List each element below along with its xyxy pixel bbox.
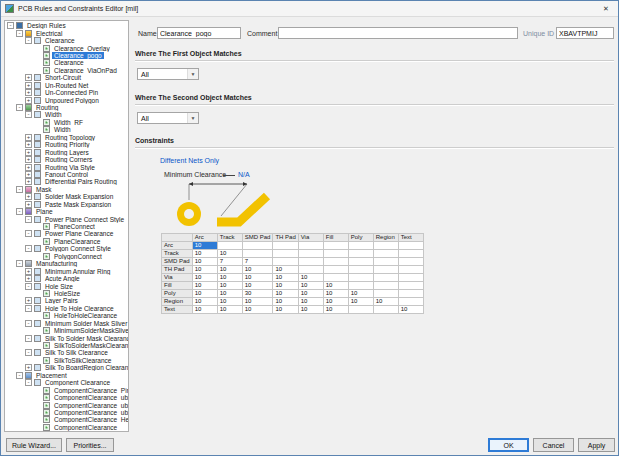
tree-item[interactable]: -Placement bbox=[5, 372, 128, 379]
expand-icon[interactable]: + bbox=[25, 89, 32, 96]
matrix-cell[interactable]: 10 bbox=[273, 282, 298, 290]
matrix-cell[interactable]: 10 bbox=[242, 298, 273, 306]
matrix-cell[interactable]: 10 bbox=[192, 298, 217, 306]
matrix-cell[interactable]: 10 bbox=[298, 306, 323, 314]
unique-id-input[interactable] bbox=[556, 27, 614, 39]
matrix-cell[interactable]: 10 bbox=[242, 282, 273, 290]
matrix-cell[interactable] bbox=[373, 306, 398, 314]
collapse-icon[interactable]: - bbox=[16, 260, 23, 267]
tree-item[interactable]: +Un-Connected Pin bbox=[5, 89, 128, 96]
matrix-cell[interactable] bbox=[348, 242, 373, 250]
matrix-cell[interactable]: 10 bbox=[217, 290, 242, 298]
tree-item[interactable]: +Solder Mask Expansion bbox=[5, 193, 128, 200]
matrix-cell[interactable] bbox=[273, 250, 298, 258]
minimum-clearance-value[interactable]: N/A bbox=[238, 171, 250, 178]
collapse-icon[interactable]: - bbox=[25, 320, 32, 327]
matrix-cell[interactable] bbox=[398, 242, 423, 250]
collapse-icon[interactable]: - bbox=[25, 349, 32, 356]
matrix-cell[interactable]: 10 bbox=[192, 306, 217, 314]
collapse-icon[interactable]: - bbox=[16, 372, 23, 379]
tree-item[interactable]: Clearance_ViaOnPad bbox=[5, 67, 128, 74]
expand-icon[interactable]: + bbox=[25, 97, 32, 104]
tree-item[interactable]: +Routing Priority bbox=[5, 141, 128, 148]
tree-item[interactable]: -Width bbox=[5, 111, 128, 118]
tree-item[interactable]: -Plane bbox=[5, 208, 128, 215]
matrix-cell[interactable] bbox=[348, 282, 373, 290]
matrix-cell[interactable]: 10 bbox=[323, 290, 348, 298]
matrix-cell[interactable] bbox=[298, 266, 323, 274]
matrix-cell[interactable] bbox=[373, 266, 398, 274]
cancel-button[interactable]: Cancel bbox=[533, 438, 574, 452]
rule-wizard-button[interactable]: Rule Wizard... bbox=[6, 438, 62, 452]
tree-item[interactable]: ComponentClearance_Hez bbox=[5, 416, 128, 423]
collapse-icon[interactable]: - bbox=[25, 305, 32, 312]
tree-item[interactable]: PolygonConnect bbox=[5, 253, 128, 260]
different-nets-only-link[interactable]: Different Nets Only bbox=[160, 157, 219, 164]
tree-item[interactable]: ComponentClearance_ubl bbox=[5, 401, 128, 408]
expand-icon[interactable]: + bbox=[25, 164, 32, 171]
tree-item[interactable]: PlaneClearance bbox=[5, 238, 128, 245]
tree-item[interactable]: +Fanout Control bbox=[5, 171, 128, 178]
tree-item[interactable]: +Routing Topology bbox=[5, 134, 128, 141]
tree-item[interactable]: Clearance_pogo bbox=[5, 52, 128, 59]
collapse-icon[interactable]: - bbox=[25, 283, 32, 290]
matrix-cell[interactable]: 10 bbox=[298, 282, 323, 290]
matrix-cell[interactable] bbox=[398, 258, 423, 266]
matrix-cell[interactable] bbox=[217, 242, 242, 250]
collapse-icon[interactable]: - bbox=[16, 186, 23, 193]
tree-item[interactable]: -Component Clearance bbox=[5, 379, 128, 386]
tree-item[interactable]: -Minimum Solder Mask Sliver bbox=[5, 320, 128, 327]
expand-icon[interactable]: + bbox=[25, 141, 32, 148]
tree-item[interactable]: MinimumSolderMaskSliver bbox=[5, 327, 128, 334]
matrix-cell[interactable]: 10 bbox=[192, 266, 217, 274]
tree-item[interactable]: Width_RF bbox=[5, 119, 128, 126]
matrix-cell[interactable] bbox=[323, 274, 348, 282]
matrix-cell[interactable]: 10 bbox=[192, 290, 217, 298]
tree-item[interactable]: -Routing bbox=[5, 104, 128, 111]
matrix-cell[interactable] bbox=[398, 266, 423, 274]
comment-input[interactable] bbox=[278, 27, 518, 39]
matrix-cell[interactable]: 10 bbox=[298, 274, 323, 282]
matrix-cell[interactable]: 10 bbox=[348, 290, 373, 298]
matrix-cell[interactable]: 10 bbox=[398, 306, 423, 314]
matrix-cell[interactable]: 10 bbox=[273, 266, 298, 274]
expand-icon[interactable]: + bbox=[25, 193, 32, 200]
matrix-cell[interactable] bbox=[398, 274, 423, 282]
matrix-cell[interactable] bbox=[373, 290, 398, 298]
matrix-cell[interactable] bbox=[323, 266, 348, 274]
tree-item[interactable]: -Power Plane Connect Style bbox=[5, 215, 128, 222]
tree-item[interactable]: +Differential Pairs Routing bbox=[5, 178, 128, 185]
tree-item[interactable]: +Paste Mask Expansion bbox=[5, 201, 128, 208]
close-icon[interactable]: ✕ bbox=[594, 1, 618, 16]
matrix-cell[interactable]: 10 bbox=[217, 266, 242, 274]
collapse-icon[interactable]: - bbox=[16, 30, 23, 37]
matrix-cell[interactable]: 30 bbox=[242, 290, 273, 298]
tree-item[interactable]: ComponentClearance_ubl bbox=[5, 409, 128, 416]
tree-item[interactable]: -Clearance bbox=[5, 37, 128, 44]
tree-item[interactable]: +Routing Via Style bbox=[5, 163, 128, 170]
matrix-cell[interactable]: 10 bbox=[298, 298, 323, 306]
matrix-cell[interactable]: 10 bbox=[348, 298, 373, 306]
collapse-icon[interactable]: - bbox=[25, 230, 32, 237]
matrix-cell[interactable] bbox=[273, 258, 298, 266]
matrix-cell[interactable] bbox=[398, 250, 423, 258]
matrix-cell[interactable] bbox=[298, 242, 323, 250]
first-object-select[interactable]: All ▼ bbox=[137, 68, 199, 80]
tree-item[interactable]: Width bbox=[5, 126, 128, 133]
matrix-cell[interactable]: 10 bbox=[323, 306, 348, 314]
ok-button[interactable]: OK bbox=[488, 438, 529, 452]
matrix-cell[interactable]: 10 bbox=[242, 274, 273, 282]
matrix-cell[interactable]: 10 bbox=[217, 306, 242, 314]
tree-item[interactable]: +Silk To BoardRegion Clearance bbox=[5, 364, 128, 371]
matrix-cell[interactable]: 10 bbox=[273, 298, 298, 306]
collapse-icon[interactable]: - bbox=[16, 208, 23, 215]
collapse-icon[interactable]: - bbox=[7, 22, 14, 29]
matrix-cell[interactable] bbox=[398, 290, 423, 298]
expand-icon[interactable]: + bbox=[25, 134, 32, 141]
collapse-icon[interactable]: - bbox=[16, 104, 23, 111]
matrix-cell[interactable]: 10 bbox=[217, 274, 242, 282]
matrix-cell[interactable]: 10 bbox=[242, 306, 273, 314]
collapse-icon[interactable]: - bbox=[25, 379, 32, 386]
tree-item[interactable]: Clearance bbox=[5, 59, 128, 66]
tree-item[interactable]: +Minimum Annular Ring bbox=[5, 267, 128, 274]
